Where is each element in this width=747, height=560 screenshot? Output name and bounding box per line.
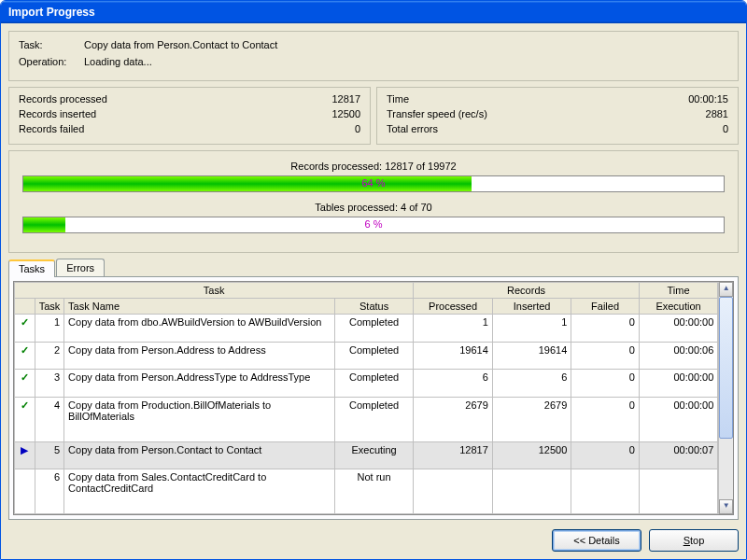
stop-button-label: Stop xyxy=(684,535,705,546)
stat-line: Records failed0 xyxy=(19,123,360,134)
titlebar[interactable]: Import Progress xyxy=(1,1,746,23)
tables-progress-bar: 6 % xyxy=(22,217,725,233)
stat-label: Total errors xyxy=(387,123,438,134)
row-icon: ✓ xyxy=(15,315,35,343)
stat-value: 12817 xyxy=(331,93,360,105)
stat-line: Time00:00:15 xyxy=(387,93,728,105)
tab-tasks[interactable]: Tasks xyxy=(8,259,55,277)
stat-value: 2881 xyxy=(706,108,728,119)
header-records-group[interactable]: Records xyxy=(414,283,639,299)
row-execution: 00:00:07 xyxy=(639,441,718,469)
stat-value: 12500 xyxy=(331,108,360,119)
row-inserted: 12500 xyxy=(492,441,571,469)
header-execution[interactable]: Execution xyxy=(639,299,718,315)
header-task-group[interactable]: Task xyxy=(15,283,414,299)
row-name: Copy data from Sales.ContactCreditCard t… xyxy=(64,469,335,514)
row-execution xyxy=(639,469,718,514)
table-row[interactable]: ✓4Copy data from Production.BillOfMateri… xyxy=(15,397,718,441)
stat-value: 0 xyxy=(355,123,360,134)
row-processed: 1 xyxy=(414,315,493,343)
check-icon: ✓ xyxy=(21,399,29,411)
records-progress-label: Records processed: 12817 of 19972 xyxy=(22,161,725,172)
row-inserted: 6 xyxy=(492,370,571,398)
row-execution: 00:00:00 xyxy=(639,397,718,441)
table-row[interactable]: ✓3Copy data from Person.AddressType to A… xyxy=(15,370,718,398)
row-icon: ▶ xyxy=(15,441,35,469)
header-processed[interactable]: Processed xyxy=(414,299,493,315)
stat-value: 00:00:15 xyxy=(688,93,728,105)
row-number: 5 xyxy=(35,441,63,469)
row-processed: 2679 xyxy=(414,397,493,441)
header-icon[interactable] xyxy=(15,299,35,315)
stat-line: Records inserted12500 xyxy=(19,108,360,119)
table-row[interactable]: 6Copy data from Sales.ContactCreditCard … xyxy=(15,469,718,514)
tab-errors[interactable]: Errors xyxy=(56,259,105,276)
row-icon: ✓ xyxy=(15,397,35,441)
progress-panel: Records processed: 12817 of 19972 64 % T… xyxy=(8,150,739,253)
row-failed: 0 xyxy=(571,315,639,343)
stats-left-panel: Records processed12817Records inserted12… xyxy=(8,87,371,145)
stat-label: Time xyxy=(387,93,409,105)
row-inserted xyxy=(492,469,571,514)
row-name: Copy data from Person.AddressType to Add… xyxy=(64,370,335,398)
stat-label: Records failed xyxy=(19,123,84,134)
table-row[interactable]: ▶5Copy data from Person.Contact to Conta… xyxy=(15,441,718,469)
header-task[interactable]: Task xyxy=(35,299,63,315)
row-number: 6 xyxy=(35,469,63,514)
header-failed[interactable]: Failed xyxy=(571,299,639,315)
header-time-group[interactable]: Time xyxy=(639,283,718,299)
play-icon: ▶ xyxy=(21,444,28,455)
row-name: Copy data from Person.Address to Address xyxy=(64,342,335,370)
stat-label: Records processed xyxy=(19,93,107,105)
stat-label: Records inserted xyxy=(19,108,96,119)
task-grid[interactable]: Task Records Time Task Task Name Status … xyxy=(14,282,718,514)
row-inserted: 19614 xyxy=(492,342,571,370)
scroll-thumb[interactable] xyxy=(719,297,733,439)
stats-row: Records processed12817Records inserted12… xyxy=(8,87,739,145)
tab-strip: Tasks Errors xyxy=(8,259,739,276)
row-status: Executing xyxy=(334,441,414,469)
details-button[interactable]: << Details xyxy=(552,529,641,552)
import-progress-window: Import Progress Task: Copy data from Per… xyxy=(0,0,747,560)
row-processed: 6 xyxy=(414,370,493,398)
tables-progress-label: Tables processed: 4 of 70 xyxy=(22,202,725,213)
row-status: Completed xyxy=(334,397,414,441)
row-failed: 0 xyxy=(571,397,639,441)
row-execution: 00:00:00 xyxy=(639,315,718,343)
table-row[interactable]: ✓1Copy data from dbo.AWBuildVersion to A… xyxy=(15,315,718,343)
stat-value: 0 xyxy=(723,123,728,134)
row-inserted: 2679 xyxy=(492,397,571,441)
scroll-track[interactable] xyxy=(719,297,733,499)
row-status: Not run xyxy=(334,469,414,514)
row-number: 4 xyxy=(35,397,63,441)
table-row[interactable]: ✓2Copy data from Person.Address to Addre… xyxy=(15,342,718,370)
row-failed xyxy=(571,469,639,514)
row-name: Copy data from Person.Contact to Contact xyxy=(64,441,335,469)
task-grid-wrap: Task Records Time Task Task Name Status … xyxy=(13,281,734,515)
details-button-label: << Details xyxy=(573,535,620,546)
content-area: Task: Copy data from Person.Contact to C… xyxy=(1,23,746,559)
stat-line: Records processed12817 xyxy=(19,93,360,105)
task-value: Copy data from Person.Contact to Contact xyxy=(84,39,277,50)
row-name: Copy data from Production.BillOfMaterial… xyxy=(64,397,335,441)
header-inserted[interactable]: Inserted xyxy=(492,299,571,315)
records-progress-text: 64 % xyxy=(23,177,724,189)
row-inserted: 1 xyxy=(492,315,571,343)
button-row: << Details Stop xyxy=(8,525,739,552)
header-name[interactable]: Task Name xyxy=(64,299,335,315)
row-number: 2 xyxy=(35,342,63,370)
scroll-up-icon[interactable]: ▲ xyxy=(719,282,733,297)
row-processed xyxy=(414,469,493,514)
tab-body: Task Records Time Task Task Name Status … xyxy=(8,276,739,520)
header-status[interactable]: Status xyxy=(334,299,414,315)
scroll-down-icon[interactable]: ▼ xyxy=(719,499,733,514)
stop-button[interactable]: Stop xyxy=(649,529,739,552)
tabs-area: Tasks Errors Task Records xyxy=(8,259,739,520)
stat-line: Transfer speed (rec/s)2881 xyxy=(387,108,728,119)
grid-scrollbar[interactable]: ▲ ▼ xyxy=(718,282,733,514)
operation-value: Loading data... xyxy=(84,56,152,67)
row-number: 3 xyxy=(35,370,63,398)
row-icon: ✓ xyxy=(15,342,35,370)
operation-label: Operation: xyxy=(19,56,84,67)
stat-label: Transfer speed (rec/s) xyxy=(387,108,487,119)
